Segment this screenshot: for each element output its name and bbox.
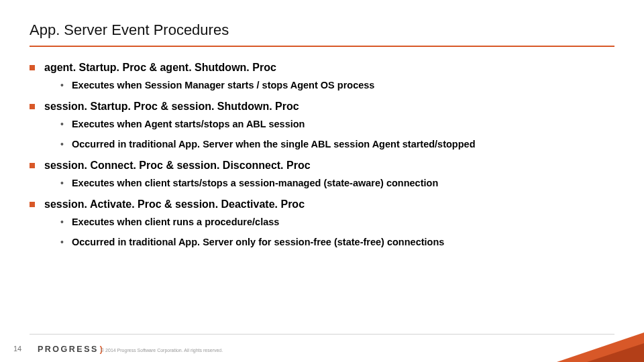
section-heading: session. Connect. Proc & session. Discon… (44, 160, 311, 172)
sub-bullet-text: Executes when client starts/stops a sess… (72, 177, 438, 189)
content-area: App. Server Event Procedures agent. Star… (0, 0, 644, 248)
dot-bullet-icon: • (60, 177, 64, 189)
sub-bullet-row: • Occurred in traditional App. Server wh… (60, 138, 614, 150)
sub-bullet-text: Occurred in traditional App. Server when… (72, 138, 476, 150)
title-underline (30, 46, 614, 47)
square-bullet-icon (30, 65, 35, 70)
section-heading: session. Activate. Proc & session. Deact… (44, 198, 305, 210)
sub-bullet-text: Occurred in traditional App. Server only… (72, 236, 444, 248)
sub-bullet-row: • Occurred in traditional App. Server on… (60, 236, 614, 248)
sub-bullet-row: • Executes when Session Manager starts /… (60, 79, 614, 91)
section-4: session. Activate. Proc & session. Deact… (30, 198, 614, 248)
slide-title: App. Server Event Procedures (30, 21, 614, 46)
copyright-text: © 2014 Progress Software Corporation. Al… (101, 348, 223, 353)
section-heading-row: session. Connect. Proc & session. Discon… (30, 160, 614, 172)
brand-text: PROGRESS (38, 345, 99, 354)
corner-wedge-dark-icon (587, 343, 644, 362)
slide: App. Server Event Procedures agent. Star… (0, 0, 644, 362)
footer-divider (30, 334, 614, 335)
section-heading-row: agent. Startup. Proc & agent. Shutdown. … (30, 62, 614, 74)
brand-logo: PROGRESS) (38, 345, 101, 354)
sub-bullet-row: • Executes when Agent starts/stops an AB… (60, 118, 614, 130)
sub-bullet-row: • Executes when client starts/stops a se… (60, 177, 614, 189)
square-bullet-icon (30, 163, 35, 168)
page-number: 14 (13, 345, 21, 353)
dot-bullet-icon: • (60, 118, 64, 130)
sub-bullet-text: Executes when client runs a procedure/cl… (72, 216, 279, 228)
square-bullet-icon (30, 104, 35, 109)
section-heading: agent. Startup. Proc & agent. Shutdown. … (44, 62, 276, 74)
section-heading-row: session. Startup. Proc & session. Shutdo… (30, 101, 614, 113)
section-heading: session. Startup. Proc & session. Shutdo… (44, 101, 299, 113)
dot-bullet-icon: • (60, 138, 64, 150)
section-heading-row: session. Activate. Proc & session. Deact… (30, 198, 614, 210)
sub-bullet-text: Executes when Agent starts/stops an ABL … (72, 118, 305, 130)
dot-bullet-icon: • (60, 79, 64, 91)
sub-bullet-row: • Executes when client runs a procedure/… (60, 216, 614, 228)
dot-bullet-icon: • (60, 236, 64, 248)
footer: 14 PROGRESS) © 2014 Progress Software Co… (0, 334, 644, 362)
section-3: session. Connect. Proc & session. Discon… (30, 160, 614, 189)
square-bullet-icon (30, 202, 35, 207)
section-2: session. Startup. Proc & session. Shutdo… (30, 101, 614, 150)
section-1: agent. Startup. Proc & agent. Shutdown. … (30, 62, 614, 91)
dot-bullet-icon: • (60, 216, 64, 228)
sub-bullet-text: Executes when Session Manager starts / s… (72, 79, 375, 91)
